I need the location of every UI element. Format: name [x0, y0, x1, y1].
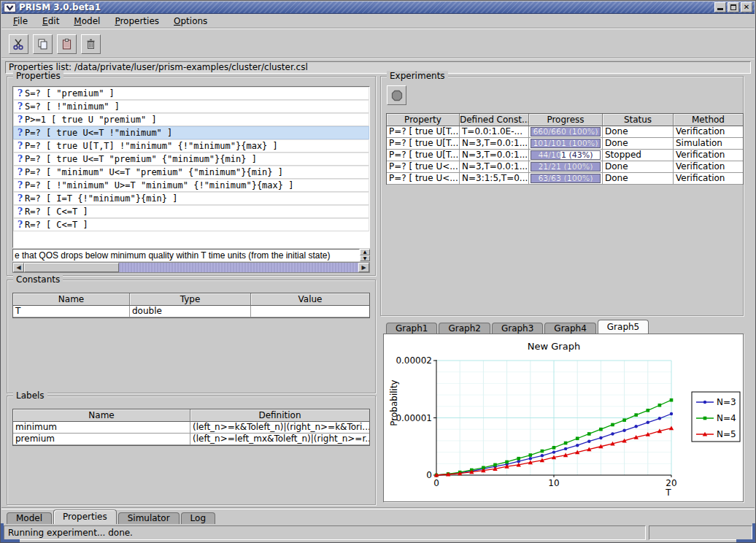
graph-tabstrip: Graph1Graph2Graph3Graph4Graph5	[386, 319, 649, 334]
column-header[interactable]: Definition	[190, 409, 369, 422]
properties-list-path: Properties list: /data/private/luser/pri…	[5, 61, 751, 74]
tab-simulator[interactable]: Simulator	[118, 512, 180, 524]
table-cell: Verification	[674, 150, 743, 161]
svg-text:0: 0	[426, 470, 432, 480]
prism-window: PRISM 3.0.beta1 ✕ FileEditModelPropertie…	[0, 0, 756, 543]
progress-text: 63/63 (100%)	[531, 174, 600, 182]
table-cell: Done	[603, 126, 674, 138]
window-menu-icon[interactable]	[4, 3, 16, 12]
experiment-row[interactable]: P=? [ true U<...N=3:1:5,T=0...63/63 (100…	[387, 173, 743, 185]
paste-button[interactable]	[57, 34, 77, 54]
stop-experiment-button[interactable]	[387, 85, 406, 105]
svg-text:T: T	[665, 488, 671, 498]
title-bar[interactable]: PRISM 3.0.beta1 ✕	[1, 1, 755, 14]
tab-model[interactable]: Model	[7, 512, 52, 524]
question-icon: ?	[15, 88, 25, 99]
scroll-right-icon[interactable]: ▶	[358, 263, 369, 272]
property-item[interactable]: ?P=? [ true U<=T !"minimum" ]	[13, 126, 369, 139]
delete-button[interactable]	[81, 34, 101, 54]
spinner-up-icon[interactable]: ▲	[360, 249, 370, 255]
chevron-down-icon	[6, 4, 14, 11]
table-row[interactable]: Tdouble	[13, 306, 369, 317]
trash-icon	[85, 38, 97, 50]
stop-octagon-icon	[391, 90, 403, 101]
menu-edit[interactable]: Edit	[36, 15, 65, 27]
question-icon: ?	[15, 167, 25, 177]
menu-model[interactable]: Model	[68, 15, 106, 27]
tab-graph2[interactable]: Graph2	[439, 323, 490, 334]
table-cell: N=3:1:5,T=0...	[460, 173, 529, 185]
experiment-row[interactable]: P=? [ true U[T...N=3,T=0.0:1...101/101 (…	[387, 138, 743, 150]
experiment-row[interactable]: P=? [ true U<...N=3,T=0.0:1...21/21 (100…	[387, 161, 743, 173]
tab-graph4[interactable]: Graph4	[544, 323, 595, 334]
property-item[interactable]: ?P=? [ true U<=T "premium" {"minimum"}{m…	[13, 153, 369, 166]
svg-text:0.00002: 0.00002	[396, 355, 432, 366]
main-tabstrip: ModelPropertiesSimulatorLog	[7, 509, 215, 524]
comment-spinner: ▲ ▼	[360, 249, 370, 261]
column-header[interactable]: Status	[603, 114, 674, 126]
tab-properties[interactable]: Properties	[53, 509, 117, 524]
table-cell: Stopped	[603, 150, 674, 161]
tab-graph1[interactable]: Graph1	[386, 323, 437, 334]
property-item[interactable]: ?P=? [ !"minimum" U>=T "minimum" {!"mini…	[13, 179, 369, 192]
progress-cell: 660/660 (100%)660/660 (100%)	[529, 126, 603, 138]
menu-properties[interactable]: Properties	[109, 15, 165, 27]
table-cell: Verification	[674, 173, 743, 185]
table-cell: Verification	[674, 126, 743, 138]
constants-table: NameTypeValue Tdouble	[12, 293, 370, 318]
property-item[interactable]: ?S=? [ !"minimum" ]	[13, 100, 369, 113]
column-header[interactable]: Method	[674, 114, 743, 126]
cut-button[interactable]	[9, 34, 28, 54]
table-row[interactable]: premium(left_n>=left_mx&Toleft_n)|(right…	[13, 434, 369, 445]
tab-log[interactable]: Log	[181, 512, 215, 524]
maximize-button[interactable]	[728, 2, 739, 12]
spinner-down-icon[interactable]: ▼	[360, 255, 370, 262]
minimize-button[interactable]	[714, 2, 726, 12]
column-header[interactable]: Progress	[529, 114, 603, 126]
scrollbar-thumb[interactable]	[24, 263, 119, 272]
status-bar: Running experiment... done.	[4, 525, 646, 540]
scrollbar-track[interactable]	[119, 263, 358, 272]
close-button[interactable]: ✕	[741, 2, 752, 12]
table-cell: T=0.0:1.0E-...	[460, 126, 529, 138]
property-item[interactable]: ?S=? [ "premium" ]	[13, 87, 369, 100]
property-item[interactable]: ?P=? [ true U[T,T] !"minimum" {!"minimum…	[13, 139, 369, 153]
property-comment-field[interactable]	[12, 249, 360, 261]
column-header[interactable]: Value	[251, 293, 369, 306]
tab-graph3[interactable]: Graph3	[492, 323, 543, 334]
property-item[interactable]: ?P>=1 [ true U "premium" ]	[13, 113, 369, 126]
property-text: P=? [ true U<=T "premium" {"minimum"}{mi…	[25, 154, 257, 164]
menu-options[interactable]: Options	[168, 15, 213, 27]
cut-icon	[12, 38, 25, 50]
column-header[interactable]: Name	[13, 409, 190, 422]
experiments-group: Experiments PropertyDefined Const...Prog…	[380, 76, 744, 316]
maximize-icon	[730, 4, 736, 10]
table-cell: N=3,T=0.0:1...	[460, 161, 529, 173]
divider	[1, 507, 755, 509]
experiment-row[interactable]: P=? [ true U[T...T=0.0:1.0E-...660/660 (…	[387, 126, 743, 138]
column-header[interactable]: Type	[130, 293, 251, 306]
progress-bar: 21/21 (100%)21/21 (100%)	[531, 162, 601, 172]
scroll-left-icon[interactable]: ◀	[13, 263, 24, 272]
table-cell: (left_n>=k&Toleft_n)|(right_n>=k&Tori...	[190, 422, 369, 434]
question-icon: ?	[15, 180, 25, 190]
question-icon: ?	[15, 115, 25, 125]
svg-text:New Graph: New Graph	[528, 341, 580, 352]
properties-list[interactable]: ?S=? [ "premium" ]?S=? [ !"minimum" ]?P>…	[12, 86, 370, 248]
tab-graph5[interactable]: Graph5	[598, 320, 649, 334]
copy-button[interactable]	[33, 34, 53, 54]
property-item[interactable]: ?P=? [ "minimum" U<=T "premium" {"minimu…	[13, 166, 369, 179]
column-header[interactable]: Defined Const...	[460, 114, 529, 126]
property-text: P=? [ true U<=T !"minimum" ]	[25, 128, 172, 138]
property-item[interactable]: ?R=? [ C<=T ]	[13, 205, 369, 218]
column-header[interactable]: Property	[387, 114, 460, 126]
experiment-row[interactable]: P=? [ true U[T...N=3,T=0.0:1...44/101 (4…	[387, 150, 743, 161]
property-item[interactable]: ?R=? [ C<=T ]	[13, 218, 369, 231]
menu-file[interactable]: File	[7, 15, 34, 27]
labels-group-title: Labels	[13, 390, 47, 401]
column-header[interactable]: Name	[13, 293, 130, 306]
table-row[interactable]: minimum(left_n>=k&Toleft_n)|(right_n>=k&…	[13, 422, 369, 434]
property-item[interactable]: ?R=? [ I=T {!"minimum"}{min} ]	[13, 192, 369, 205]
table-cell: Done	[603, 138, 674, 150]
status-bar-right	[649, 525, 752, 540]
